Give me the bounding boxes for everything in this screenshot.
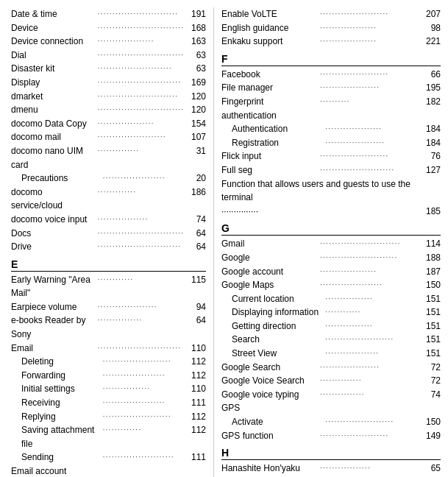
list-item: Email account: [11, 464, 206, 477]
list-item: Docs ····························· 64: [11, 227, 206, 241]
list-item: File manager ···················· 195: [221, 81, 441, 95]
list-item: Gmail ··························· 114: [221, 237, 441, 251]
section-header-g: G: [221, 222, 441, 236]
list-item: GPS: [221, 401, 441, 415]
section-header-h: H: [221, 447, 441, 460]
e-section: E Early Warning "Area Mail" ············…: [11, 258, 206, 477]
list-item: Fingerprint authentication ·········· 18…: [221, 95, 441, 122]
list-item: Device ····························· 168: [11, 21, 206, 35]
list-item: Enkaku support ··················· 221: [221, 35, 441, 49]
list-item: docomo service/cloud ············· 186: [11, 186, 206, 213]
list-item: Authentication ··················· 184: [221, 122, 441, 136]
g-section: G Gmail ··························· 114 …: [221, 222, 441, 442]
list-item: Google Search ···················· 72: [221, 361, 441, 375]
list-item: Sending ························ 111: [11, 451, 206, 464]
list-item: Replying ······················· 112: [11, 410, 206, 424]
list-item: docomo voice input ················· 74: [11, 213, 206, 227]
list-item: Facebook ······················· 66: [221, 68, 441, 82]
list-item: Precautions ····················· 20: [11, 172, 206, 186]
list-item: Email ···························· 110: [11, 342, 206, 356]
list-item: Flick input ······················· 76: [221, 149, 441, 163]
list-item: Saving attachment file ············· 112: [11, 423, 206, 451]
list-item: Drive ···························· 64: [11, 240, 206, 254]
list-item: docomo mail ······················· 107: [11, 130, 206, 144]
list-item: Full seg ························· 127: [221, 163, 441, 177]
list-item: Deleting ······················· 112: [11, 355, 206, 369]
list-item: Enable VoLTE ······················· 207: [221, 7, 441, 21]
section-header-f: F: [221, 53, 441, 66]
list-item: Google ·························· 188: [221, 251, 441, 265]
list-item: dmarket ··························· 120: [11, 90, 206, 104]
list-item: Forwarding ····················· 112: [11, 369, 206, 383]
list-item: Hanashite Hon'yaku ················· 65: [221, 462, 441, 476]
list-item: docomo Data Copy ··················· 154: [11, 117, 206, 131]
left-column: Date & time ··························· …: [0, 7, 213, 477]
list-item: Google Voice Search ·············· 72: [221, 374, 441, 388]
list-item: Search ······················· 151: [221, 333, 441, 347]
list-item: English guidance ··················· 98: [221, 21, 441, 35]
list-item: Receiving ····················· 111: [11, 396, 206, 410]
list-item: docomo nano UIM card ·············· 31: [11, 144, 206, 172]
list-item: Current location ················ 151: [221, 292, 441, 306]
list-item: Google voice typing ··············· 74: [221, 388, 441, 402]
list-item: Street View ·················· 151: [221, 347, 441, 361]
list-item: Displaying information ············ 151: [221, 305, 441, 319]
list-item: Dial ····························· 63: [11, 49, 206, 63]
list-item: Function that allows users and guests to…: [221, 177, 441, 219]
d-section: Date & time ··························· …: [11, 7, 206, 254]
list-item: Disaster kit ························· 6…: [11, 62, 206, 76]
list-item: Registration ···················· 184: [221, 136, 441, 150]
list-item: GPS function ······················· 149: [221, 429, 441, 443]
list-item: Activate ······················· 150: [221, 415, 441, 429]
list-item: Getting direction ················ 151: [221, 319, 441, 333]
list-item: Device connection ··················· 16…: [11, 35, 206, 49]
h-section: H Hanashite Hon'yaku ················· 6…: [221, 447, 441, 476]
list-item: Early Warning "Area Mail" ············ 1…: [11, 273, 206, 300]
right-column: Enable VoLTE ······················· 207…: [213, 7, 448, 477]
list-item: Date & time ··························· …: [11, 7, 206, 21]
list-item: Earpiece volume ···················· 94: [11, 300, 206, 314]
list-item: Display ···························· 169: [11, 76, 206, 90]
list-item: dmenu ····························· 120: [11, 103, 206, 117]
list-item: Initial settings ················ 110: [11, 382, 206, 396]
f-section: F Facebook ······················· 66 Fi…: [221, 53, 441, 219]
e-section-continued: Enable VoLTE ······················· 207…: [221, 7, 441, 49]
list-item: e-books Reader by Sony ··············· 6…: [11, 314, 206, 341]
list-item: Google Maps ····················· 150: [221, 278, 441, 292]
list-item: Google account ··················· 187: [221, 265, 441, 279]
section-header-e: E: [11, 258, 206, 272]
